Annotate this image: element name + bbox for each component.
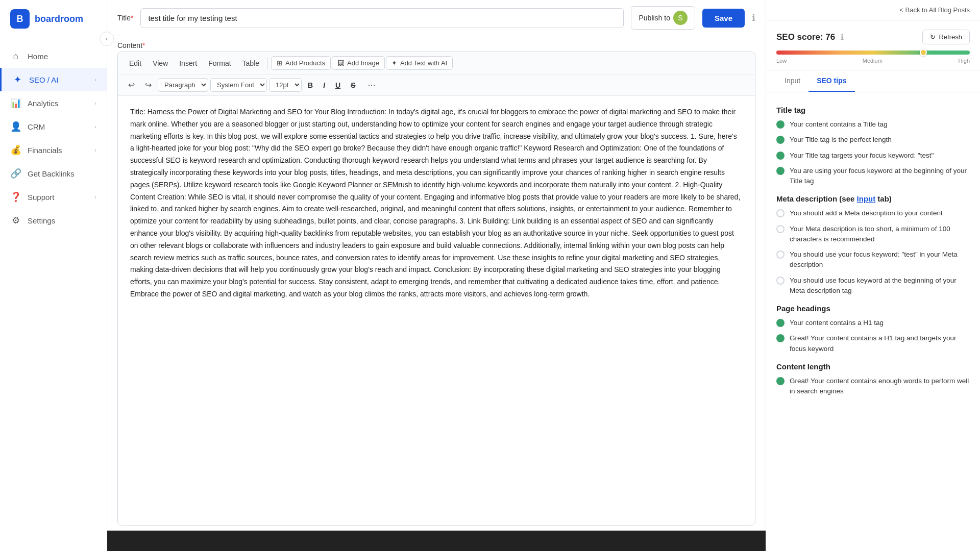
menu-edit[interactable]: Edit [124,57,146,70]
check-item: You should use focus keyword at the begi… [776,276,970,296]
check-dot [776,225,785,233]
score-bar-marker [920,49,927,56]
nav-label-crm: CRM [28,122,45,131]
sidebar-item-crm[interactable]: 👤 CRM › [0,115,107,138]
seo-info-icon[interactable]: ℹ [841,33,844,41]
add-image-button[interactable]: 🖼 Add Image [332,56,385,70]
save-button[interactable]: Save [702,9,745,28]
editor-toolbar-format: ↩ ↪ Paragraph Heading 1 Heading 2 System… [118,74,755,96]
publish-button[interactable]: Publish to S [631,6,695,30]
font-select[interactable]: System Font [210,78,267,92]
panel-tabs: Input SEO tips [766,70,980,92]
redo-button[interactable]: ↪ [141,78,156,92]
tab-input[interactable]: Input [776,70,808,92]
check-text: Your Title tag targets your focus keywor… [790,151,934,161]
nav-label-settings: Settings [28,216,55,225]
bold-button[interactable]: B [304,79,317,91]
check-text: You should use focus keyword at the begi… [790,276,970,296]
meta-desc-suffix: tab) [875,194,892,203]
check-dot [776,377,785,385]
chevron-icon-crm: › [94,123,96,130]
nav-icon-get-backlinks: 🔗 [10,168,21,179]
publish-label: Publish to [639,14,670,22]
nav-icon-home: ⌂ [10,51,21,62]
paragraph-select[interactable]: Paragraph Heading 1 Heading 2 [158,78,208,92]
grid-icon: ⊞ [277,59,282,67]
title-input[interactable] [140,8,624,28]
seo-score-header: SEO score: 76 ℹ ↻ Refresh [776,30,970,44]
nav-icon-support: ❓ [10,191,21,203]
title-tag-section: Title tag [776,106,970,114]
check-text: Your Title tag is the perfect length [790,135,892,145]
sidebar-item-analytics[interactable]: 📊 Analytics › [0,91,107,115]
add-products-button[interactable]: ⊞ Add Products [271,56,331,70]
nav-label-home: Home [28,52,48,61]
add-text-ai-button[interactable]: ✦ Add Text with AI [386,56,453,70]
menu-table[interactable]: Table [237,57,264,70]
content-length-checks: Great! Your content contains enough word… [776,376,970,397]
refresh-label: Refresh [939,33,962,41]
check-text: Great! Your content contains a H1 tag an… [790,333,970,354]
bottom-bar [107,531,766,551]
check-item: Your Title tag targets your focus keywor… [776,151,970,161]
nav-icon-settings: ⚙ [10,215,21,226]
sidebar-collapse-button[interactable]: ‹ [100,32,114,46]
back-link[interactable]: < Back to All Blog Posts [899,6,970,14]
menu-insert[interactable]: Insert [174,57,202,70]
more-options-button[interactable]: ··· [363,78,379,92]
sidebar-nav: ⌂ Home ✦ SEO / AI › 📊 Analytics › 👤 CRM … [0,38,107,551]
sidebar-item-seo-ai[interactable]: ✦ SEO / AI › [0,68,107,91]
score-high-label: High [958,58,970,64]
info-icon[interactable]: ℹ [752,12,755,23]
font-size-select[interactable]: 12pt 14pt 16pt [269,78,302,92]
italic-button[interactable]: I [319,79,329,91]
seo-score-title-group: SEO score: 76 ℹ [776,32,844,42]
menu-format[interactable]: Format [203,57,236,70]
editor-text: Title: Harness the Power of Digital Mark… [130,106,743,300]
image-icon: 🖼 [337,59,344,67]
nav-label-get-backlinks: Get Backlinks [28,169,75,178]
check-dot [776,209,785,217]
title-checks: Your content contains a Title tag Your T… [776,119,970,186]
logo-icon: B [10,9,30,29]
meta-desc-link[interactable]: Input [857,194,876,203]
score-low-label: Low [776,58,787,64]
check-dot [776,319,785,327]
editor-content[interactable]: Title: Harness the Power of Digital Mark… [118,96,755,525]
check-item: You are using your focus keyword at the … [776,166,970,187]
title-label: Title* [117,14,133,22]
sidebar-item-settings[interactable]: ⚙ Settings [0,209,107,232]
nav-label-seo-ai: SEO / AI [29,76,59,84]
sidebar-item-support[interactable]: ❓ Support › [0,185,107,209]
score-bar [776,51,970,55]
top-bar: Title* Publish to S Save ℹ [107,0,766,36]
tab-seo-tips[interactable]: SEO tips [808,70,854,92]
refresh-button[interactable]: ↻ Refresh [922,30,970,44]
underline-button[interactable]: U [331,79,345,91]
sidebar-item-get-backlinks[interactable]: 🔗 Get Backlinks [0,162,107,185]
check-text: Your Meta description is too short, a mi… [790,224,970,245]
sidebar-item-financials[interactable]: 💰 Financials › [0,138,107,162]
check-item: You should use your focus keyword: "test… [776,249,970,270]
add-image-label: Add Image [347,59,379,67]
content-length-section: Content length [776,362,970,371]
undo-button[interactable]: ↩ [124,78,139,92]
sidebar-logo: B boardroom [0,0,107,38]
check-item: Your Meta description is too short, a mi… [776,224,970,245]
nav-icon-analytics: 📊 [10,97,21,109]
nav-icon-financials: 💰 [10,144,21,156]
menu-view[interactable]: View [148,57,173,70]
strikethrough-button[interactable]: S [347,79,359,91]
sidebar-item-home[interactable]: ⌂ Home [0,44,107,68]
nav-icon-seo-ai: ✦ [12,74,23,85]
editor-toolbar-top: Edit View Insert Format Table ⊞ Add Prod… [118,52,755,74]
check-dot [776,251,785,259]
check-item: You should add a Meta description to you… [776,208,970,218]
check-text: You should add a Meta description to you… [790,208,943,218]
score-bar-labels: Low Medium High [776,58,970,64]
check-dot [776,136,785,144]
content-label-bar: Content* [107,36,766,52]
check-text: Your content contains a Title tag [790,119,888,130]
nav-icon-crm: 👤 [10,121,21,132]
nav-label-financials: Financials [28,146,62,155]
